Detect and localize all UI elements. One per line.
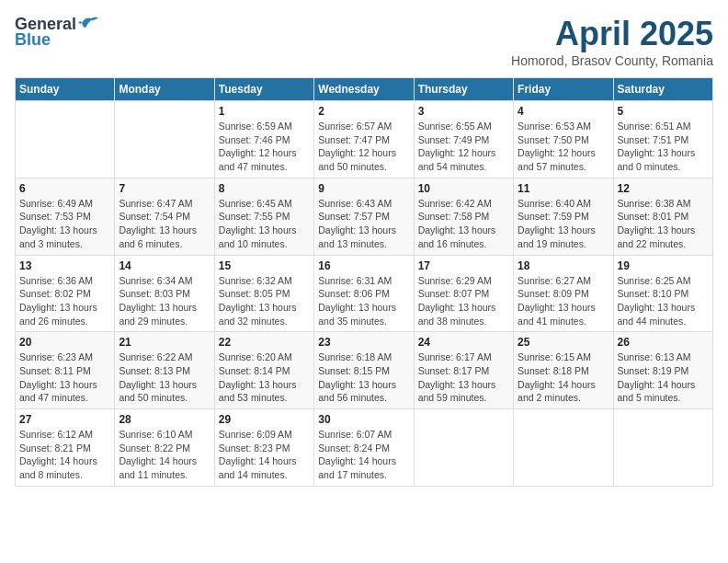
calendar-cell xyxy=(613,409,712,487)
day-info: Sunrise: 6:38 AM Sunset: 8:01 PM Dayligh… xyxy=(618,197,709,251)
calendar-cell: 11Sunrise: 6:40 AM Sunset: 7:59 PM Dayli… xyxy=(514,178,613,255)
day-info: Sunrise: 6:49 AM Sunset: 7:53 PM Dayligh… xyxy=(19,197,110,251)
day-number: 14 xyxy=(119,259,210,272)
day-number: 13 xyxy=(19,259,110,272)
calendar-cell: 28Sunrise: 6:10 AM Sunset: 8:22 PM Dayli… xyxy=(115,409,214,487)
month-title: April 2025 xyxy=(511,15,713,53)
calendar-cell: 13Sunrise: 6:36 AM Sunset: 8:02 PM Dayli… xyxy=(16,255,115,332)
logo-bird-icon xyxy=(78,15,98,31)
day-number: 9 xyxy=(318,182,409,195)
day-number: 1 xyxy=(219,105,310,118)
day-info: Sunrise: 6:51 AM Sunset: 7:51 PM Dayligh… xyxy=(618,120,709,174)
day-number: 8 xyxy=(219,182,310,195)
day-info: Sunrise: 6:15 AM Sunset: 8:18 PM Dayligh… xyxy=(518,350,609,405)
day-number: 27 xyxy=(19,413,110,426)
calendar-week-row: 20Sunrise: 6:23 AM Sunset: 8:11 PM Dayli… xyxy=(16,332,713,409)
location-subtitle: Homorod, Brasov County, Romania xyxy=(511,53,713,68)
day-info: Sunrise: 6:10 AM Sunset: 8:22 PM Dayligh… xyxy=(119,428,210,482)
day-info: Sunrise: 6:22 AM Sunset: 8:13 PM Dayligh… xyxy=(119,350,210,405)
calendar-cell: 26Sunrise: 6:13 AM Sunset: 8:19 PM Dayli… xyxy=(613,332,712,409)
day-number: 24 xyxy=(418,336,509,349)
day-number: 29 xyxy=(219,413,310,426)
weekday-header: Wednesday xyxy=(314,78,414,101)
day-info: Sunrise: 6:25 AM Sunset: 8:10 PM Dayligh… xyxy=(618,274,709,328)
calendar-cell: 8Sunrise: 6:45 AM Sunset: 7:55 PM Daylig… xyxy=(214,178,313,255)
day-number: 23 xyxy=(318,336,409,349)
weekday-header: Tuesday xyxy=(214,78,313,101)
day-info: Sunrise: 6:17 AM Sunset: 8:17 PM Dayligh… xyxy=(418,350,509,405)
day-number: 20 xyxy=(19,336,110,349)
day-number: 6 xyxy=(19,182,110,195)
day-number: 10 xyxy=(418,182,509,195)
calendar-cell xyxy=(115,101,214,178)
calendar-week-row: 6Sunrise: 6:49 AM Sunset: 7:53 PM Daylig… xyxy=(16,178,713,255)
day-info: Sunrise: 6:09 AM Sunset: 8:23 PM Dayligh… xyxy=(219,428,310,482)
calendar-cell: 24Sunrise: 6:17 AM Sunset: 8:17 PM Dayli… xyxy=(414,332,513,409)
day-info: Sunrise: 6:34 AM Sunset: 8:03 PM Dayligh… xyxy=(119,274,210,328)
day-info: Sunrise: 6:31 AM Sunset: 8:06 PM Dayligh… xyxy=(318,274,409,328)
calendar-cell xyxy=(16,101,115,178)
day-info: Sunrise: 6:53 AM Sunset: 7:50 PM Dayligh… xyxy=(518,120,609,174)
calendar-table: SundayMondayTuesdayWednesdayThursdayFrid… xyxy=(15,77,713,487)
day-info: Sunrise: 6:47 AM Sunset: 7:54 PM Dayligh… xyxy=(119,197,210,251)
day-info: Sunrise: 6:29 AM Sunset: 8:07 PM Dayligh… xyxy=(418,274,509,328)
day-number: 25 xyxy=(518,336,609,349)
day-info: Sunrise: 6:32 AM Sunset: 8:05 PM Dayligh… xyxy=(219,274,310,328)
calendar-cell: 15Sunrise: 6:32 AM Sunset: 8:05 PM Dayli… xyxy=(214,255,313,332)
calendar-cell: 2Sunrise: 6:57 AM Sunset: 7:47 PM Daylig… xyxy=(314,101,414,178)
calendar-cell: 3Sunrise: 6:55 AM Sunset: 7:49 PM Daylig… xyxy=(414,101,513,178)
day-info: Sunrise: 6:57 AM Sunset: 7:47 PM Dayligh… xyxy=(318,120,409,174)
day-number: 22 xyxy=(219,336,310,349)
title-block: April 2025 Homorod, Brasov County, Roman… xyxy=(511,15,713,68)
day-number: 7 xyxy=(119,182,210,195)
day-info: Sunrise: 6:42 AM Sunset: 7:58 PM Dayligh… xyxy=(418,197,509,251)
weekday-header-row: SundayMondayTuesdayWednesdayThursdayFrid… xyxy=(16,78,713,101)
weekday-header: Thursday xyxy=(414,78,513,101)
page-header: General Blue April 2025 Homorod, Brasov … xyxy=(15,15,713,68)
day-number: 21 xyxy=(119,336,210,349)
day-number: 30 xyxy=(318,413,409,426)
calendar-cell: 20Sunrise: 6:23 AM Sunset: 8:11 PM Dayli… xyxy=(16,332,115,409)
calendar-cell: 5Sunrise: 6:51 AM Sunset: 7:51 PM Daylig… xyxy=(613,101,712,178)
calendar-cell: 17Sunrise: 6:29 AM Sunset: 8:07 PM Dayli… xyxy=(414,255,513,332)
weekday-header: Friday xyxy=(514,78,613,101)
day-info: Sunrise: 6:07 AM Sunset: 8:24 PM Dayligh… xyxy=(318,428,409,482)
logo-blue: Blue xyxy=(15,30,51,50)
logo: General Blue xyxy=(15,15,98,50)
day-info: Sunrise: 6:59 AM Sunset: 7:46 PM Dayligh… xyxy=(219,120,310,174)
calendar-cell: 6Sunrise: 6:49 AM Sunset: 7:53 PM Daylig… xyxy=(16,178,115,255)
day-info: Sunrise: 6:13 AM Sunset: 8:19 PM Dayligh… xyxy=(618,350,709,405)
calendar-cell: 12Sunrise: 6:38 AM Sunset: 8:01 PM Dayli… xyxy=(613,178,712,255)
day-number: 17 xyxy=(418,259,509,272)
calendar-cell: 4Sunrise: 6:53 AM Sunset: 7:50 PM Daylig… xyxy=(514,101,613,178)
calendar-cell: 21Sunrise: 6:22 AM Sunset: 8:13 PM Dayli… xyxy=(115,332,214,409)
day-info: Sunrise: 6:23 AM Sunset: 8:11 PM Dayligh… xyxy=(19,350,110,405)
day-info: Sunrise: 6:40 AM Sunset: 7:59 PM Dayligh… xyxy=(518,197,609,251)
day-number: 4 xyxy=(518,105,609,118)
day-number: 12 xyxy=(618,182,709,195)
calendar-cell: 22Sunrise: 6:20 AM Sunset: 8:14 PM Dayli… xyxy=(214,332,313,409)
calendar-cell: 16Sunrise: 6:31 AM Sunset: 8:06 PM Dayli… xyxy=(314,255,414,332)
day-number: 3 xyxy=(418,105,509,118)
weekday-header: Sunday xyxy=(16,78,115,101)
weekday-header: Saturday xyxy=(613,78,712,101)
day-info: Sunrise: 6:36 AM Sunset: 8:02 PM Dayligh… xyxy=(19,274,110,328)
day-info: Sunrise: 6:45 AM Sunset: 7:55 PM Dayligh… xyxy=(219,197,310,251)
day-info: Sunrise: 6:18 AM Sunset: 8:15 PM Dayligh… xyxy=(318,350,409,405)
day-number: 11 xyxy=(518,182,609,195)
day-info: Sunrise: 6:55 AM Sunset: 7:49 PM Dayligh… xyxy=(418,120,509,174)
calendar-cell: 30Sunrise: 6:07 AM Sunset: 8:24 PM Dayli… xyxy=(314,409,414,487)
calendar-cell: 25Sunrise: 6:15 AM Sunset: 8:18 PM Dayli… xyxy=(514,332,613,409)
calendar-cell: 27Sunrise: 6:12 AM Sunset: 8:21 PM Dayli… xyxy=(16,409,115,487)
day-number: 15 xyxy=(219,259,310,272)
day-number: 5 xyxy=(618,105,709,118)
calendar-cell: 19Sunrise: 6:25 AM Sunset: 8:10 PM Dayli… xyxy=(613,255,712,332)
calendar-cell: 23Sunrise: 6:18 AM Sunset: 8:15 PM Dayli… xyxy=(314,332,414,409)
calendar-cell: 18Sunrise: 6:27 AM Sunset: 8:09 PM Dayli… xyxy=(514,255,613,332)
day-info: Sunrise: 6:12 AM Sunset: 8:21 PM Dayligh… xyxy=(19,428,110,482)
day-number: 19 xyxy=(618,259,709,272)
calendar-cell xyxy=(414,409,513,487)
calendar-week-row: 1Sunrise: 6:59 AM Sunset: 7:46 PM Daylig… xyxy=(16,101,713,178)
day-number: 26 xyxy=(618,336,709,349)
calendar-cell: 10Sunrise: 6:42 AM Sunset: 7:58 PM Dayli… xyxy=(414,178,513,255)
